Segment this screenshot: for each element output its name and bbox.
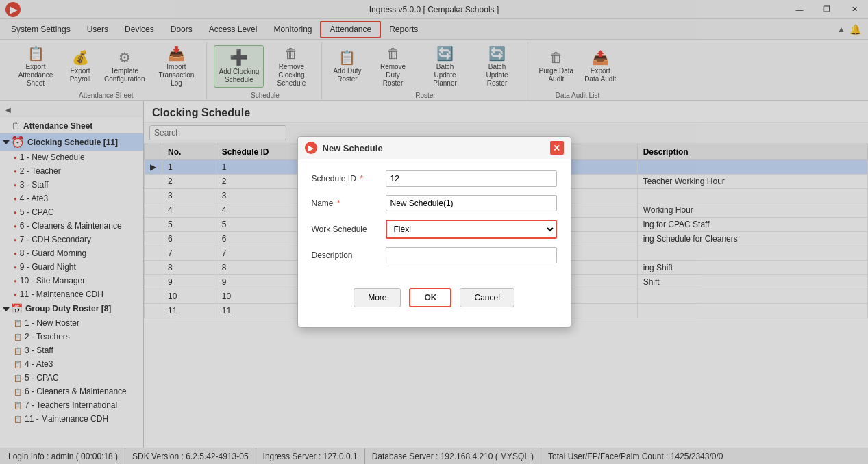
new-schedule-modal: ▶ New Schedule ✕ Schedule ID * Name * [297, 136, 571, 328]
form-row-name: Name * [312, 195, 557, 211]
required-star-1: * [360, 174, 363, 183]
ok-button[interactable]: OK [409, 288, 451, 307]
work-schedule-label: Work Schedule [312, 224, 380, 234]
form-row-schedule-id: Schedule ID * [312, 170, 557, 187]
modal-overlay: ▶ New Schedule ✕ Schedule ID * Name * [0, 0, 868, 464]
schedule-id-input[interactable] [386, 170, 557, 187]
modal-body: Schedule ID * Name * Work Schedule D [298, 159, 571, 283]
schedule-id-label: Schedule ID * [312, 174, 380, 183]
modal-footer: More OK Cancel [298, 283, 571, 318]
form-row-description: Description [312, 247, 557, 263]
modal-header-left: ▶ New Schedule [305, 142, 383, 154]
name-label: Name * [312, 198, 380, 208]
name-input[interactable] [386, 195, 557, 211]
modal-header: ▶ New Schedule ✕ [298, 137, 571, 159]
description-input[interactable] [386, 247, 557, 263]
modal-logo: ▶ [305, 142, 317, 154]
more-button[interactable]: More [354, 288, 401, 307]
modal-close-button[interactable]: ✕ [550, 141, 564, 155]
modal-title: New Schedule [323, 143, 383, 153]
form-row-work-schedule: Work Schedule Daily Weekly Flexi Monthly [312, 220, 557, 239]
cancel-button[interactable]: Cancel [460, 288, 514, 307]
description-label: Description [312, 250, 380, 260]
required-star-2: * [337, 198, 340, 208]
work-schedule-select[interactable]: Daily Weekly Flexi Monthly [386, 220, 557, 239]
